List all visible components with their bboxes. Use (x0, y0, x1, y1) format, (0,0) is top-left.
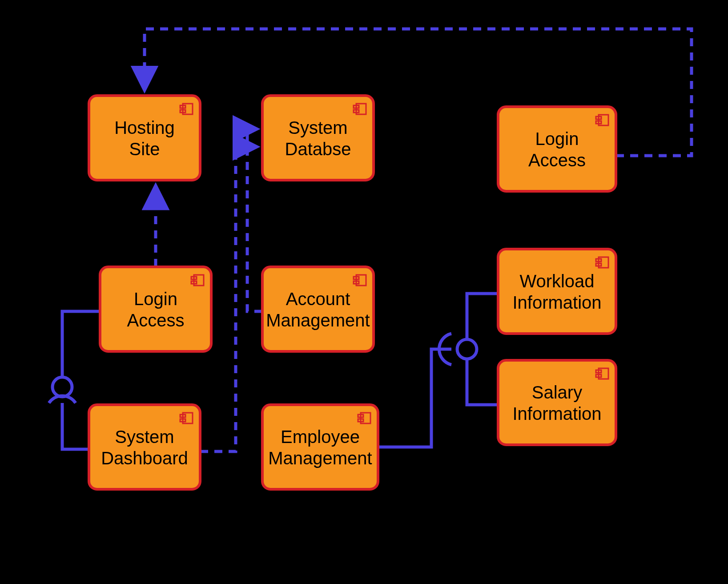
edge-login-provide-iface (62, 311, 100, 377)
component-label-line1: Hosting (114, 118, 175, 137)
component-label-line1: Workload (519, 271, 594, 291)
component-label-line1: Employee (281, 427, 360, 447)
component-label-line2: Dashboard (101, 448, 188, 468)
component-label-line2: Management (266, 310, 370, 330)
component-login-access-right[interactable]: LoginAccess (498, 107, 616, 191)
interface-ball-left (52, 377, 72, 397)
component-label-line1: System (288, 118, 347, 137)
component-employee-mgmt[interactable]: EmployeeManagement (262, 405, 378, 489)
component-label-line2: Management (268, 448, 372, 468)
edge-account-to-database (247, 129, 262, 311)
component-diagram-canvas: HostingSiteSystemDatabseLoginAccessWorkl… (0, 0, 728, 584)
component-label-line2: Databse (285, 139, 351, 159)
component-label-line2: Access (528, 150, 586, 170)
component-label-line1: System (115, 427, 174, 447)
interface-ball-right (457, 339, 477, 359)
interface-socket-left (49, 396, 76, 403)
component-label-line2: Information (512, 293, 601, 312)
component-label-line1: Login (535, 129, 579, 149)
component-label-line1: Login (134, 289, 177, 309)
component-account-mgmt[interactable]: AccountManagement (262, 267, 374, 351)
component-label-line1: Account (286, 289, 350, 309)
component-label-line2: Information (512, 404, 601, 423)
edge-workload-provide-iface (467, 294, 498, 339)
component-hosting-site[interactable]: HostingSite (89, 96, 200, 180)
edge-dashboard-require-iface (62, 403, 89, 449)
component-label-line2: Access (127, 310, 185, 330)
component-workload-info[interactable]: WorkloadInformation (498, 249, 616, 334)
component-salary-info[interactable]: SalaryInformation (498, 360, 616, 445)
component-label-line1: Salary (532, 383, 582, 402)
edge-salary-provide-iface (467, 359, 498, 405)
component-login-access-left[interactable]: LoginAccess (100, 267, 211, 351)
component-system-dashboard[interactable]: SystemDashboard (89, 405, 200, 489)
component-label-line2: Site (129, 139, 160, 159)
edge-employee-require-iface (378, 349, 451, 447)
component-system-database[interactable]: SystemDatabse (262, 96, 374, 180)
